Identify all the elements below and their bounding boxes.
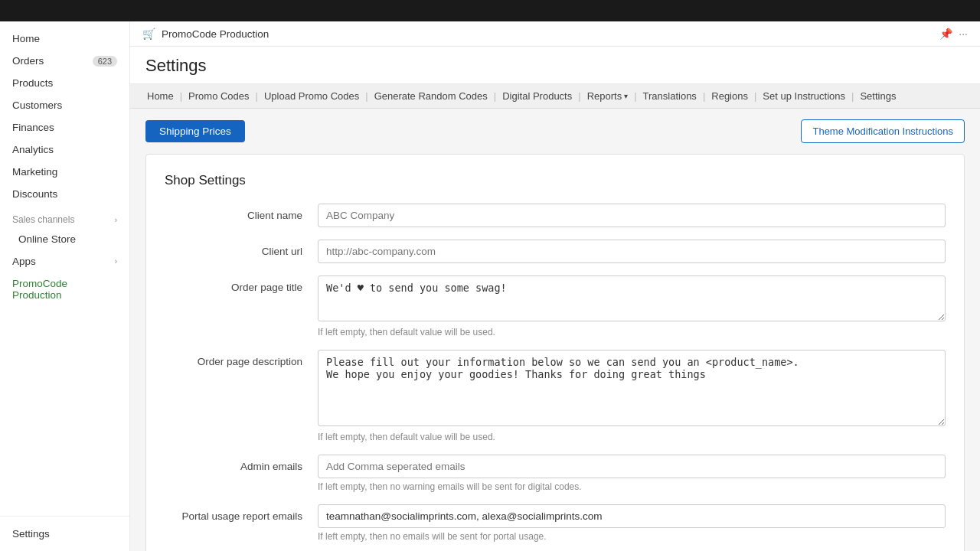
sidebar: Home Orders 623 Products Customers Finan…: [0, 21, 130, 551]
client-url-input[interactable]: [318, 240, 946, 263]
page-title: Settings: [145, 56, 965, 76]
nav-item-reports[interactable]: Reports ▾: [583, 84, 633, 108]
action-bar: Shipping Prices Theme Modification Instr…: [130, 109, 980, 154]
store-icon: 🛒: [142, 28, 155, 40]
portal-usage-report-emails-hint: If left empty, then no emails will be se…: [318, 531, 946, 542]
sidebar-item-products[interactable]: Products: [0, 72, 129, 94]
apps-chevron: ›: [115, 257, 117, 266]
nav-item-promo-codes[interactable]: Promo Codes: [184, 84, 253, 108]
portal-usage-report-emails-label: Portal usage report emails: [165, 504, 318, 522]
orders-badge: 623: [93, 56, 117, 67]
admin-emails-input[interactable]: [318, 455, 946, 478]
client-name-input[interactable]: [318, 204, 946, 227]
sidebar-item-discounts[interactable]: Discounts: [0, 183, 129, 205]
nav-item-set-up-instructions[interactable]: Set up Instructions: [758, 84, 850, 108]
pin-icon[interactable]: 📌: [939, 28, 952, 40]
portal-usage-report-emails-row: Portal usage report emails If left empty…: [165, 504, 946, 542]
shop-settings-title: Shop Settings: [165, 173, 946, 188]
client-name-row: Client name: [165, 204, 946, 227]
sidebar-item-finances[interactable]: Finances: [0, 116, 129, 139]
order-page-title-input[interactable]: We'd ♥ to send you some swag!: [318, 276, 946, 321]
nav-item-settings[interactable]: Settings: [855, 84, 900, 108]
order-page-description-hint: If left empty, then default value will b…: [318, 432, 946, 442]
reports-caret: ▾: [624, 92, 628, 100]
order-page-title-label: Order page title: [165, 276, 318, 293]
page-header-bar: 🛒 PromoCode Production 📌 ···: [130, 21, 980, 47]
more-icon[interactable]: ···: [959, 28, 968, 40]
admin-emails-row: Admin emails If left empty, then no warn…: [165, 455, 946, 492]
main-content: 🛒 PromoCode Production 📌 ··· Settings Ho…: [130, 21, 980, 551]
order-page-title-row: Order page title We'd ♥ to send you some…: [165, 276, 946, 337]
order-page-title-hint: If left empty, then default value will b…: [318, 327, 946, 337]
admin-emails-label: Admin emails: [165, 455, 318, 472]
sidebar-item-orders[interactable]: Orders 623: [0, 50, 129, 72]
order-page-description-wrap: Please fill out your information below s…: [318, 350, 946, 442]
header-actions: 📌 ···: [939, 28, 968, 40]
main-scroll: Shop Settings Client name Client url: [130, 154, 980, 551]
portal-usage-report-emails-input[interactable]: [318, 504, 946, 528]
client-name-wrap: [318, 204, 946, 227]
sidebar-bottom: Settings: [0, 516, 129, 551]
nav-item-home[interactable]: Home: [142, 84, 178, 108]
theme-modification-button[interactable]: Theme Modification Instructions: [801, 119, 965, 143]
top-bar: [0, 0, 980, 21]
sidebar-item-home[interactable]: Home: [0, 28, 129, 50]
store-name: PromoCode Production: [162, 28, 269, 40]
nav-item-translations[interactable]: Translations: [639, 84, 701, 108]
nav-item-generate-random-codes[interactable]: Generate Random Codes: [370, 84, 492, 108]
shipping-prices-button[interactable]: Shipping Prices: [145, 120, 245, 142]
sidebar-item-online-store[interactable]: Online Store: [0, 228, 129, 250]
order-page-description-input[interactable]: Please fill out your information below s…: [318, 350, 946, 426]
settings-title-bar: Settings: [130, 47, 980, 84]
nav-item-upload-promo-codes[interactable]: Upload Promo Codes: [260, 84, 364, 108]
sidebar-item-customers[interactable]: Customers: [0, 94, 129, 116]
client-name-label: Client name: [165, 204, 318, 221]
client-url-label: Client url: [165, 240, 318, 257]
sidebar-item-promocode-production[interactable]: PromoCode Production: [0, 272, 129, 306]
portal-usage-report-emails-wrap: If left empty, then no emails will be se…: [318, 504, 946, 542]
admin-emails-wrap: If left empty, then no warning emails wi…: [318, 455, 946, 492]
apps-section[interactable]: Apps ›: [0, 250, 129, 272]
nav-item-digital-products[interactable]: Digital Products: [498, 84, 577, 108]
sales-channels-chevron: ›: [115, 216, 117, 224]
sales-channels-section[interactable]: Sales channels ›: [0, 205, 129, 228]
shop-settings-card: Shop Settings Client name Client url: [145, 154, 965, 551]
admin-emails-hint: If left empty, then no warning emails wi…: [318, 481, 946, 492]
order-page-description-row: Order page description Please fill out y…: [165, 350, 946, 442]
order-page-description-label: Order page description: [165, 350, 318, 367]
sidebar-item-analytics[interactable]: Analytics: [0, 139, 129, 161]
client-url-row: Client url: [165, 240, 946, 263]
order-page-title-wrap: We'd ♥ to send you some swag! If left em…: [318, 276, 946, 337]
client-url-wrap: [318, 240, 946, 263]
sidebar-item-marketing[interactable]: Marketing: [0, 161, 129, 183]
nav-bar: Home | Promo Codes | Upload Promo Codes …: [130, 84, 980, 109]
nav-item-regions[interactable]: Regions: [707, 84, 753, 108]
sidebar-item-settings[interactable]: Settings: [0, 523, 129, 545]
